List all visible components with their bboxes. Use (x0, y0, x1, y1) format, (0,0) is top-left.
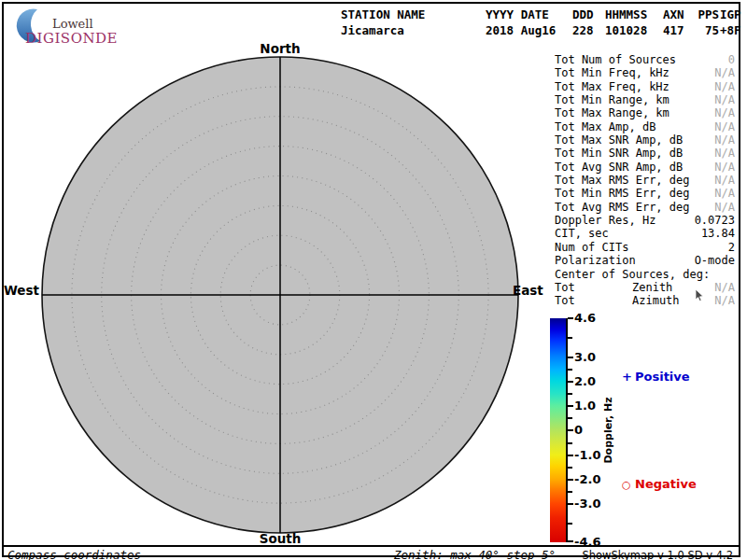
stat-value: N/A (714, 174, 735, 187)
stat-value: N/A (714, 133, 735, 147)
stat-value: N/A (714, 106, 735, 119)
stat-row: Doppler Res, Hz0.0723 (555, 214, 735, 227)
colorbar-tick-label: 3.0 (574, 350, 612, 365)
header-station-label: STATION NAME (341, 8, 481, 21)
stat-row: CIT, sec13.84 (555, 227, 735, 240)
header-pps-value: 75 (692, 24, 719, 37)
stat-value: 0 (728, 53, 735, 66)
colorbar-tick-label: 2.0 (574, 374, 612, 389)
stat-row: Tot Max Range, kmN/A (555, 106, 735, 119)
header-igp-label: IGP (720, 8, 744, 21)
colorbar-tick-label: -3.0 (574, 497, 612, 511)
header-igp-value: +8F (720, 24, 744, 37)
logo-product-name: DIGISONDE (25, 30, 118, 47)
stat-sublabel: Zenith (632, 281, 672, 294)
stat-value: N/A (714, 120, 735, 133)
header-ddd-value: 228 (572, 24, 600, 37)
statistics-panel: Tot Num of Sources0 Tot Min Freq, kHzN/A… (555, 53, 735, 308)
mouse-cursor-icon (695, 289, 706, 302)
header-ddd-label: DDD (572, 8, 600, 21)
stat-value: N/A (714, 66, 735, 79)
colorbar-tick (568, 442, 572, 444)
plus-marker-icon: + (622, 370, 635, 384)
header-axn-value: 417 (663, 24, 689, 37)
header-date-label: YYYY DATE (486, 8, 570, 21)
colorbar-tick-label: 1.0 (574, 399, 612, 413)
lowell-digisonde-logo: Lowell DIGISONDE (9, 7, 131, 46)
legend-positive: +Positive (622, 370, 690, 384)
colorbar-tick (568, 523, 572, 525)
stat-value: N/A (714, 281, 735, 294)
colorbar-tick-label: -2.0 (574, 472, 612, 487)
colorbar-tick (568, 337, 572, 339)
coordinates-mode-text: Compass coordinates (7, 548, 141, 560)
colorbar-tick (568, 540, 573, 542)
colorbar-tick (568, 381, 573, 383)
compass-label-south: South (243, 531, 317, 546)
colorbar-tick-label: 4.6 (574, 311, 612, 326)
legend-negative-label: Negative (635, 477, 697, 491)
stat-row: Tot Max Freq, kHzN/A (555, 80, 735, 93)
header-pps-label: PPS (692, 8, 719, 21)
compass-label-north: North (243, 41, 317, 56)
header-time-label: HHMMSS (605, 8, 656, 21)
compass-label-west: West (2, 283, 39, 298)
stat-value: N/A (714, 201, 735, 214)
stat-row: Tot Max Amp, dBN/A (555, 120, 735, 133)
colorbar-tick (568, 405, 573, 407)
header-date-value: 2018 Aug16 (486, 24, 570, 37)
stat-value: 2 (728, 241, 735, 254)
colorbar-tick (568, 369, 572, 371)
stat-value: N/A (714, 294, 735, 307)
stat-row: TotZenithN/A (555, 281, 735, 294)
colorbar-tick (568, 455, 573, 456)
colorbar-tick (568, 393, 572, 395)
compass-label-east: East (513, 283, 550, 298)
colorbar-tick-label: -1.0 (574, 448, 612, 463)
stat-row: Tot Avg RMS Err, degN/A (555, 201, 735, 214)
colorbar-tick (568, 417, 572, 419)
stat-row: Tot Num of Sources0 (555, 53, 735, 66)
stat-row: Tot Min RMS Err, degN/A (555, 187, 735, 200)
legend-negative: ○Negative (622, 477, 697, 491)
stat-row: Tot Min SNR Amp, dBN/A (555, 147, 735, 160)
stat-row: TotAzimuthN/A (555, 294, 735, 307)
colorbar-tick (568, 429, 573, 431)
colorbar-tick (568, 317, 573, 319)
status-bar: Compass coordinates Zenith: max 40° step… (2, 545, 740, 560)
stat-value: N/A (714, 93, 735, 106)
stat-row: PolarizationO-mode (555, 254, 735, 267)
stat-value: 0.0723 (695, 214, 735, 227)
stat-sublabel: Azimuth (632, 294, 680, 307)
stat-row: Center of Sources, deg: (555, 268, 735, 281)
stat-value: N/A (714, 80, 735, 93)
stat-value: N/A (714, 161, 735, 174)
colorbar-tick (568, 357, 573, 358)
skymap-plot (39, 54, 521, 536)
stat-value: O-mode (695, 254, 735, 267)
header-station-value: Jicamarca (341, 24, 481, 37)
colorbar-tick (568, 479, 573, 481)
colorbar-tick (568, 467, 572, 469)
stat-row: Tot Min Range, kmN/A (555, 93, 735, 106)
header-time-value: 101028 (605, 24, 656, 37)
colorbar-tick (568, 503, 573, 505)
colorbar-tick (568, 491, 572, 493)
stat-value: N/A (714, 187, 735, 200)
zenith-scale-text: Zenith: max 40° step 5° (394, 548, 556, 560)
stat-row: Num of CITs2 (555, 241, 735, 254)
colorbar-tick-label: 0 (574, 423, 612, 438)
stat-row: Tot Max SNR Amp, dBN/A (555, 133, 735, 147)
logo-company-name: Lowell (52, 17, 93, 31)
circle-marker-icon: ○ (622, 479, 635, 491)
legend-positive-label: Positive (635, 370, 690, 384)
stat-row: Tot Avg SNR Amp, dBN/A (555, 161, 735, 174)
version-text: ShowSkymap v 1.0 SD v 4.2 (582, 549, 733, 560)
stat-row: Tot Min Freq, kHzN/A (555, 66, 735, 79)
doppler-colorbar (550, 318, 568, 542)
stat-value: 13.84 (701, 227, 735, 240)
header-axn-label: AXN (663, 8, 689, 21)
stat-value: N/A (714, 147, 735, 160)
stat-row: Tot Max RMS Err, degN/A (555, 174, 735, 187)
showskymap-window: Lowell DIGISONDE STATION NAME Jicamarca … (0, 0, 747, 560)
